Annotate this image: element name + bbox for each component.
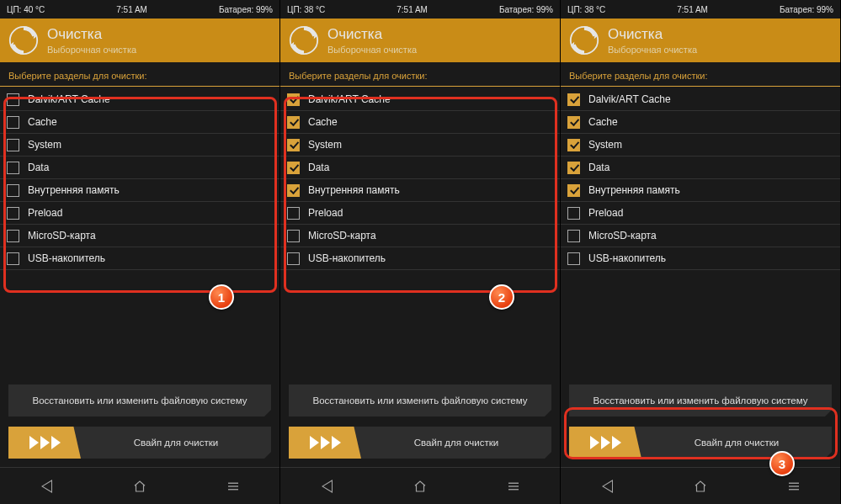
- partition-label: Preload: [588, 207, 623, 219]
- page-subtitle: Выборочная очистка: [327, 45, 417, 55]
- swipe-handle-icon[interactable]: [289, 427, 361, 459]
- partition-row[interactable]: System: [280, 134, 560, 157]
- checkbox-icon[interactable]: [287, 116, 300, 129]
- nav-menu-icon[interactable]: [225, 478, 242, 495]
- checkbox-icon[interactable]: [567, 162, 580, 174]
- partition-label: Dalvik/ART Cache: [28, 93, 110, 105]
- partition-row[interactable]: MicroSD-карта: [561, 225, 840, 247]
- partition-row[interactable]: USB-накопитель: [0, 247, 279, 270]
- status-battery: Батарея: 99%: [219, 5, 273, 14]
- checkbox-icon[interactable]: [287, 207, 300, 220]
- partition-row[interactable]: Preload: [280, 202, 560, 225]
- checkbox-icon[interactable]: [567, 230, 580, 242]
- partition-row[interactable]: USB-накопитель: [561, 247, 840, 270]
- partition-label: Cache: [588, 116, 618, 128]
- partition-row[interactable]: MicroSD-карта: [280, 225, 560, 247]
- checkbox-icon[interactable]: [287, 252, 300, 265]
- partition-row[interactable]: Preload: [561, 202, 840, 225]
- partition-row[interactable]: Preload: [0, 202, 279, 225]
- nav-menu-icon[interactable]: [785, 478, 802, 495]
- page-subtitle: Выборочная очистка: [47, 45, 136, 55]
- partition-row[interactable]: System: [0, 134, 279, 157]
- checkbox-icon[interactable]: [287, 230, 300, 242]
- partition-label: MicroSD-карта: [308, 230, 376, 241]
- nav-back-icon[interactable]: [599, 478, 615, 495]
- partition-label: Preload: [28, 207, 62, 219]
- checkbox-icon[interactable]: [567, 207, 580, 220]
- section-label: Выберите разделы для очистки:: [561, 62, 840, 87]
- checkbox-icon[interactable]: [7, 162, 19, 174]
- section-label: Выберите разделы для очистки:: [0, 62, 279, 87]
- partition-row[interactable]: Внутренняя память: [561, 179, 840, 202]
- partition-label: MicroSD-карта: [588, 230, 657, 241]
- page-title: Очистка: [608, 26, 697, 43]
- swipe-label: Свайп для очистки: [361, 438, 551, 448]
- checkbox-icon[interactable]: [567, 139, 580, 151]
- repair-filesystem-button[interactable]: Восстановить или изменить файловую систе…: [289, 385, 551, 416]
- partition-row[interactable]: Cache: [561, 111, 840, 134]
- nav-bar: [280, 467, 560, 504]
- partition-row[interactable]: Data: [0, 157, 279, 179]
- checkbox-icon[interactable]: [7, 252, 19, 265]
- partition-label: USB-накопитель: [308, 252, 386, 264]
- partition-row[interactable]: Data: [280, 157, 560, 179]
- checkbox-icon[interactable]: [7, 207, 19, 220]
- page-title: Очистка: [47, 26, 136, 43]
- nav-home-icon[interactable]: [692, 478, 709, 495]
- nav-back-icon[interactable]: [318, 478, 335, 495]
- partition-row[interactable]: USB-накопитель: [280, 247, 560, 270]
- checkbox-icon[interactable]: [567, 252, 580, 265]
- status-bar: ЦП: 40 °C 7:51 AM Батарея: 99%: [0, 0, 279, 19]
- status-time: 7:51 AM: [116, 5, 147, 14]
- partition-row[interactable]: System: [561, 134, 840, 157]
- partition-label: Cache: [308, 116, 338, 128]
- nav-bar: [0, 467, 279, 504]
- title-bar: Очистка Выборочная очистка: [0, 19, 279, 62]
- nav-home-icon[interactable]: [131, 478, 148, 495]
- partition-row[interactable]: MicroSD-карта: [0, 225, 279, 247]
- status-time: 7:51 AM: [677, 5, 708, 14]
- twrp-logo-icon: [8, 25, 39, 56]
- partition-label: Внутренняя память: [28, 184, 120, 196]
- status-cpu: ЦП: 40 °C: [7, 5, 45, 14]
- checkbox-icon[interactable]: [7, 116, 19, 129]
- partition-label: System: [28, 139, 61, 151]
- swipe-to-wipe-slider[interactable]: Свайп для очистки: [8, 427, 271, 459]
- partition-row[interactable]: Dalvik/ART Cache: [280, 88, 560, 111]
- section-label: Выберите разделы для очистки:: [280, 62, 560, 87]
- status-bar: ЦП: 38 °C 7:51 AM Батарея: 99%: [561, 0, 840, 19]
- checkbox-icon[interactable]: [567, 93, 580, 106]
- repair-filesystem-button[interactable]: Восстановить или изменить файловую систе…: [8, 385, 271, 416]
- swipe-handle-icon[interactable]: [569, 427, 641, 459]
- swipe-to-wipe-slider[interactable]: Свайп для очистки: [569, 427, 832, 459]
- partition-row[interactable]: Data: [561, 157, 840, 179]
- checkbox-icon[interactable]: [7, 139, 19, 151]
- swipe-handle-icon[interactable]: [8, 427, 81, 459]
- checkbox-icon[interactable]: [287, 184, 300, 197]
- partition-row[interactable]: Cache: [280, 111, 560, 134]
- partition-label: Data: [28, 162, 49, 173]
- partition-row[interactable]: Cache: [0, 111, 279, 134]
- swipe-to-wipe-slider[interactable]: Свайп для очистки: [289, 427, 551, 459]
- nav-home-icon[interactable]: [412, 478, 428, 495]
- checkbox-icon[interactable]: [287, 93, 300, 106]
- checkbox-icon[interactable]: [7, 93, 19, 106]
- nav-back-icon[interactable]: [38, 478, 55, 495]
- nav-bar: [561, 467, 840, 504]
- title-bar: Очистка Выборочная очистка: [561, 19, 840, 62]
- partition-row[interactable]: Dalvik/ART Cache: [561, 88, 840, 111]
- repair-filesystem-button[interactable]: Восстановить или изменить файловую систе…: [569, 385, 832, 416]
- checkbox-icon[interactable]: [287, 162, 300, 174]
- partition-row[interactable]: Dalvik/ART Cache: [0, 88, 279, 111]
- checkbox-icon[interactable]: [567, 184, 580, 197]
- partition-label: Cache: [28, 116, 57, 128]
- partition-row[interactable]: Внутренняя память: [280, 179, 560, 202]
- checkbox-icon[interactable]: [567, 116, 580, 129]
- checkbox-icon[interactable]: [7, 230, 19, 242]
- partition-label: MicroSD-карта: [28, 230, 96, 241]
- nav-menu-icon[interactable]: [505, 478, 522, 495]
- checkbox-icon[interactable]: [7, 184, 19, 197]
- checkbox-icon[interactable]: [287, 139, 300, 151]
- partition-row[interactable]: Внутренняя память: [0, 179, 279, 202]
- phone-screen-2: 2 ЦП: 38 °C 7:51 AM Батарея: 99% Очистка…: [280, 0, 561, 504]
